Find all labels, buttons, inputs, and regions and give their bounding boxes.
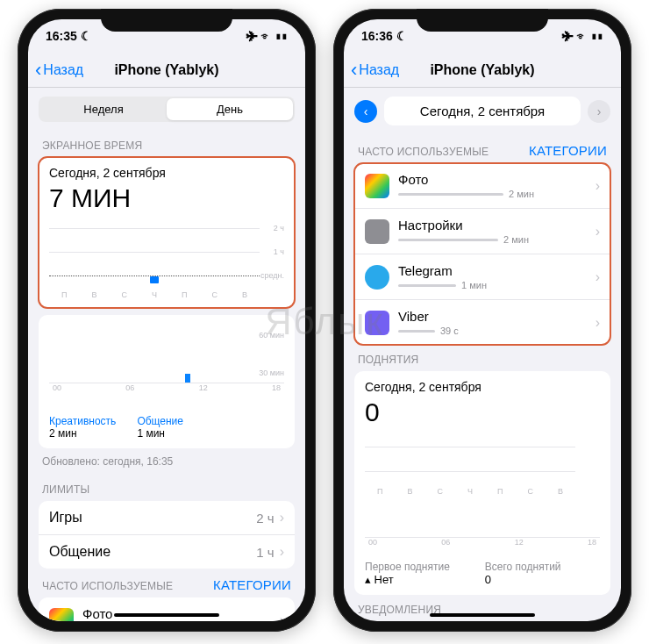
section-header-mostused: ЧАСТО ИСПОЛЬЗУЕМЫЕ КАТЕГОРИИ xyxy=(344,134,621,163)
hourly-chart: 60 мин 30 мин 00061218 xyxy=(49,331,284,410)
chevron-right-icon: › xyxy=(596,269,600,285)
next-day-button[interactable]: › xyxy=(588,100,610,123)
date-title: Сегодня, 2 сентября xyxy=(384,97,581,125)
section-header-limits: ЛИМИТЫ xyxy=(28,475,305,501)
viber-icon xyxy=(365,311,389,335)
home-indicator[interactable] xyxy=(430,613,535,617)
telegram-icon xyxy=(365,265,389,290)
section-header-screentime: ЭКРАННОЕ ВРЕМЯ xyxy=(28,131,305,157)
updated-text: Обновлено: сегодня, 16:35 xyxy=(28,448,305,475)
settings-icon xyxy=(365,219,389,244)
limits-list: Игры 2 ч› Общение 1 ч› xyxy=(39,501,295,569)
app-row[interactable]: Telegram 1 мин › xyxy=(354,254,610,300)
nav-bar: ‹ Назад iPhone (Yablyk) xyxy=(344,53,621,88)
mostused-list: Фото 2 мин › Настройки 2 мин › Telegram … xyxy=(354,163,610,345)
app-row[interactable]: Фото 2 мин › xyxy=(354,163,610,209)
back-label: Назад xyxy=(359,62,399,78)
back-button[interactable]: ‹ Назад xyxy=(35,61,83,80)
photos-icon xyxy=(365,174,389,198)
legend: Креативность2 мин Общение1 мин xyxy=(49,415,284,440)
app-row[interactable]: Viber 39 с › xyxy=(354,300,610,345)
pickups-hour-chart: 00061218 xyxy=(365,503,600,555)
chevron-right-icon: › xyxy=(280,510,284,526)
phone-left: 16:35 ☾ ✈ ᯤ ▮▮ ‹ Назад iPhone (Yablyk) Н… xyxy=(18,9,316,632)
prev-day-button[interactable]: ‹ xyxy=(354,100,377,123)
pickups-card[interactable]: Сегодня, 2 сентября 0 ПВС ЧПСВ 00061218 xyxy=(354,371,610,595)
status-icons: ✈ ᯤ ▮▮ xyxy=(562,30,603,43)
weekly-chart: 2 ч 1 ч средн. ПВС ЧПСВ xyxy=(49,220,284,299)
limit-row[interactable]: Общение 1 ч› xyxy=(39,535,295,569)
photos-icon xyxy=(49,608,74,622)
date-nav: ‹ Сегодня, 2 сентября › xyxy=(354,97,610,125)
mostused-list: Фото 2 мин › Настройки › xyxy=(39,597,295,621)
section-header-mostused: ЧАСТО ИСПОЛЬЗУЕМЫЕ КАТЕГОРИИ xyxy=(28,569,305,597)
chevron-right-icon: › xyxy=(280,612,284,622)
categories-link[interactable]: КАТЕГОРИИ xyxy=(213,577,291,592)
phone-right: 16:36 ☾ ✈ ᯤ ▮▮ ‹ Назад iPhone (Yablyk) ‹… xyxy=(333,9,631,632)
notch xyxy=(417,9,548,32)
chevron-right-icon: › xyxy=(596,315,600,331)
hourly-card[interactable]: 60 мин 30 мин 00061218 Креативность2 мин… xyxy=(39,315,295,448)
seg-week[interactable]: Неделя xyxy=(40,98,167,120)
status-time: 16:35 xyxy=(46,29,77,43)
section-header-notifications: УВЕДОМЛЕНИЯ xyxy=(344,595,621,621)
pickup-stats: Первое поднятие▴ Нет Всего поднятий0 xyxy=(365,561,600,586)
categories-link[interactable]: КАТЕГОРИИ xyxy=(529,143,607,158)
screentime-total: 7 МИН xyxy=(49,183,284,213)
nav-bar: ‹ Назад iPhone (Yablyk) xyxy=(28,53,305,88)
home-indicator[interactable] xyxy=(114,613,219,617)
app-row[interactable]: Настройки 2 мин › xyxy=(354,209,610,254)
section-header-pickups: ПОДНЯТИЯ xyxy=(344,345,621,371)
chevron-left-icon: ‹ xyxy=(351,61,357,80)
status-icons: ✈ ᯤ ▮▮ xyxy=(246,30,288,43)
chevron-right-icon: › xyxy=(280,544,284,560)
back-label: Назад xyxy=(43,62,83,78)
chevron-left-icon: ‹ xyxy=(35,61,41,80)
back-button[interactable]: ‹ Назад xyxy=(351,61,399,80)
chevron-right-icon: › xyxy=(596,224,600,240)
status-time: 16:36 xyxy=(361,29,393,43)
limit-row[interactable]: Игры 2 ч› xyxy=(39,501,295,535)
pickups-date: Сегодня, 2 сентября xyxy=(365,380,600,394)
app-row[interactable]: Фото 2 мин › xyxy=(39,597,295,621)
pickups-week-chart: ПВС ЧПСВ xyxy=(365,434,600,496)
screentime-card[interactable]: Сегодня, 2 сентября 7 МИН 2 ч 1 ч средн.… xyxy=(39,157,295,308)
pickups-count: 0 xyxy=(365,397,600,427)
notch xyxy=(101,9,232,32)
screentime-date: Сегодня, 2 сентября xyxy=(49,166,284,180)
segmented-control[interactable]: Неделя День xyxy=(39,97,295,122)
chevron-right-icon: › xyxy=(596,178,600,194)
seg-day[interactable]: День xyxy=(167,98,293,120)
